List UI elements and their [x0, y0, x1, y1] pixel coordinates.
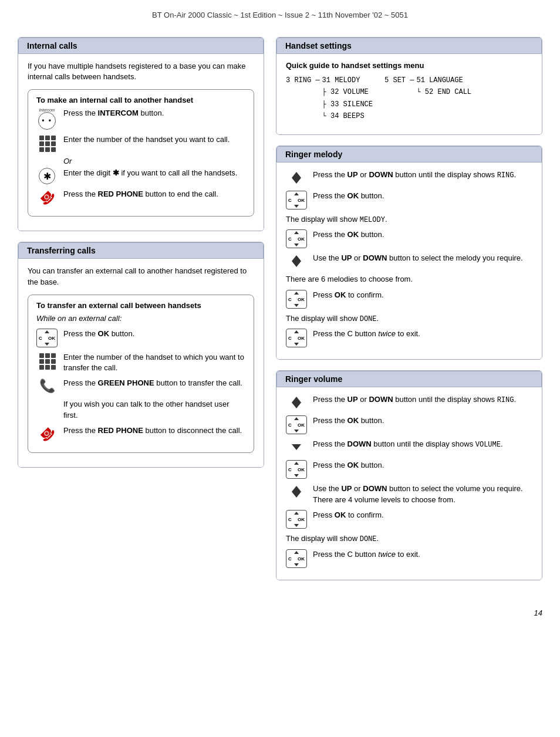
ringer-melody-section: Ringer melody Press the UP or DOWN butto… — [276, 146, 542, 360]
rv-ok-btn-4: C OK — [286, 460, 307, 479]
right-column: Handset settings Quick guide to handset … — [276, 37, 542, 591]
rv-ok-7-icon: C OK — [286, 549, 307, 568]
page-header: BT On-Air 2000 Classic ~ 1st Edition ~ I… — [0, 0, 560, 25]
rm-updown-1-icon — [286, 170, 307, 186]
quick-guide-row-1: 3 RING ─ 31 MELODY ├ 32 VOLUME ├ 33 SILE… — [286, 75, 471, 123]
transferring-calls-section: Transferring calls You can transfer an e… — [18, 242, 264, 467]
ok-btn-widget: C OK — [36, 329, 58, 347]
step-while-text: While on an external call: — [36, 313, 245, 324]
ringer-volume-section: Ringer volume Press the UP or DOWN butto… — [276, 370, 542, 580]
rv-step-4-text: Press the OK button. — [313, 460, 532, 471]
quick-guide-tree: 3 RING ─ 31 MELODY ├ 32 VOLUME ├ 33 SILE… — [286, 75, 532, 123]
quick-guide-table: 3 RING ─ 31 MELODY ├ 32 VOLUME ├ 33 SILE… — [286, 75, 471, 123]
rv-arrow-down-5 — [292, 492, 301, 498]
arrow-up-4 — [292, 255, 301, 261]
step-star-text: Enter the digit ✱ if you want to call al… — [63, 168, 245, 178]
rv-arrow-up-1 — [292, 397, 301, 403]
qg-cell-col1: 31 MELODY ├ 32 VOLUME ├ 33 SILENCE └ 34 … — [322, 75, 384, 123]
star-circle: ✱ — [39, 168, 55, 184]
rm-arrows-1 — [292, 172, 301, 184]
qg-cell-col2: 51 LANGUAGE └ 52 END CALL — [416, 75, 471, 123]
star-icon: ✱ — [36, 168, 58, 184]
internal-calls-inner-title: To make an internal call to another hand… — [36, 96, 245, 104]
rv-step-7: C OK Press the C button twice to exit. — [286, 549, 532, 568]
rm-step-5: C OK Press OK to confirm. — [286, 290, 532, 309]
green-phone-symbol: 📞 — [39, 378, 55, 394]
red-phone2-symbol: ☎ — [36, 422, 58, 444]
rm-step-6-text: Press the C button twice to exit. — [313, 329, 532, 339]
rm-ok-btn-5: C OK — [286, 290, 307, 309]
rv-step-3-text: Press the DOWN button until the display … — [313, 439, 532, 450]
step-keypad-transfer: Enter the number of the handset to which… — [36, 352, 245, 373]
rv-down-arrow — [292, 444, 301, 450]
rv-arrows-5 — [292, 486, 301, 498]
ok-btn-icon: C OK — [36, 329, 58, 347]
rm-ok-btn-6: C OK — [286, 329, 307, 347]
or-label: Or — [63, 157, 245, 165]
header-title: BT On-Air 2000 Classic ~ 1st Edition ~ I… — [152, 11, 408, 19]
transferring-calls-inner-box: To transfer an external call between han… — [28, 295, 254, 453]
transferring-calls-body: You can transfer an external call to ano… — [18, 259, 264, 466]
rv-down-icon — [286, 439, 307, 455]
ringer-melody-body: Press the UP or DOWN button until the di… — [276, 163, 542, 360]
step-ok-transfer: C OK Press the OK button. — [36, 329, 245, 347]
quick-guide-title: Quick guide to handset settings menu — [286, 61, 532, 70]
rv-step-6-text: Press OK to confirm. — [313, 510, 532, 520]
rm-melody-display: The display will show MELODY. — [286, 214, 532, 225]
step-talk-first-text: If you wish you can talk to the other ha… — [63, 399, 245, 420]
rv-arrow-down-3 — [292, 444, 301, 450]
ringer-volume-title: Ringer volume — [276, 371, 542, 387]
rm-step-3: C OK Press the OK button. — [286, 229, 532, 248]
rv-ok-btn-7: C OK — [286, 549, 307, 568]
left-column: Internal calls If you have multiple hand… — [18, 37, 264, 591]
rv-step-3: Press the DOWN button until the display … — [286, 439, 532, 455]
rm-step-6: C OK Press the C button twice to exit. — [286, 329, 532, 347]
rv-updown-5-icon — [286, 484, 307, 500]
qg-cell-set: 5 SET ─ — [384, 75, 416, 123]
step-green-phone-text: Press the GREEN PHONE button to transfer… — [63, 378, 245, 388]
rm-arrows-4 — [292, 255, 301, 267]
step-intercom: Intercom • • Press the INTERCOM button. — [36, 108, 245, 130]
rm-ok-btn-2: C OK — [286, 191, 307, 209]
rv-updown-1-icon — [286, 394, 307, 411]
rm-ok-2-icon: C OK — [286, 191, 307, 209]
rm-step-5-text: Press OK to confirm. — [313, 290, 532, 300]
step-red-phone: ☎ Press the RED PHONE button to end the … — [36, 189, 245, 205]
step-ok-text: Press the OK button. — [63, 329, 245, 339]
arrow-up-1 — [292, 172, 301, 178]
rv-ok-btn-2: C OK — [286, 415, 307, 434]
rv-step-6: C OK Press OK to confirm. — [286, 510, 532, 529]
rv-ok-btn-6: C OK — [286, 510, 307, 529]
rm-step-3-text: Press the OK button. — [313, 229, 532, 240]
rm-step-1: Press the UP or DOWN button until the di… — [286, 170, 532, 186]
handset-settings-section: Handset settings Quick guide to handset … — [276, 37, 542, 135]
step-red-phone-disconnect: ☎ Press the RED PHONE button to disconne… — [36, 425, 245, 442]
intercom-label: Intercom — [39, 108, 55, 112]
rv-step-4: C OK Press the OK button. — [286, 460, 532, 479]
step-red-phone-text: Press the RED PHONE button to end the ca… — [63, 189, 245, 200]
handset-settings-title: Handset settings — [276, 38, 542, 54]
rm-done-display: The display will show DONE. — [286, 313, 532, 324]
internal-calls-section: Internal calls If you have multiple hand… — [18, 37, 264, 231]
transferring-calls-inner-title: To transfer an external call between han… — [36, 301, 245, 310]
step-while-external: While on an external call: — [36, 313, 245, 324]
rv-arrows-1 — [292, 397, 301, 408]
internal-calls-inner-box: To make an internal call to another hand… — [28, 89, 254, 217]
keypad2-grid — [38, 352, 56, 370]
transferring-calls-title: Transferring calls — [18, 242, 264, 259]
intercom-icon: Intercom • • — [36, 108, 58, 130]
rm-ok-btn-3: C OK — [286, 229, 307, 248]
step-star: ✱ Enter the digit ✱ if you want to call … — [36, 168, 245, 184]
step-keypad-text: Enter the number of the handset you want… — [63, 134, 245, 145]
rv-arrow-down-1 — [292, 403, 301, 408]
keypad2-icon — [36, 352, 58, 370]
keypad-icon — [36, 134, 58, 152]
rv-step-2-text: Press the OK button. — [313, 415, 532, 426]
internal-calls-body: If you have multiple handsets registered… — [18, 54, 264, 231]
intercom-circle: • • — [38, 112, 56, 130]
step-keypad-transfer-text: Enter the number of the handset to which… — [63, 352, 245, 373]
rv-step-1-text: Press the UP or DOWN button until the di… — [313, 394, 532, 405]
rm-step-1-text: Press the UP or DOWN button until the di… — [313, 170, 532, 181]
rv-done-display: The display will show DONE. — [286, 533, 532, 545]
page-num-value: 14 — [534, 608, 542, 617]
